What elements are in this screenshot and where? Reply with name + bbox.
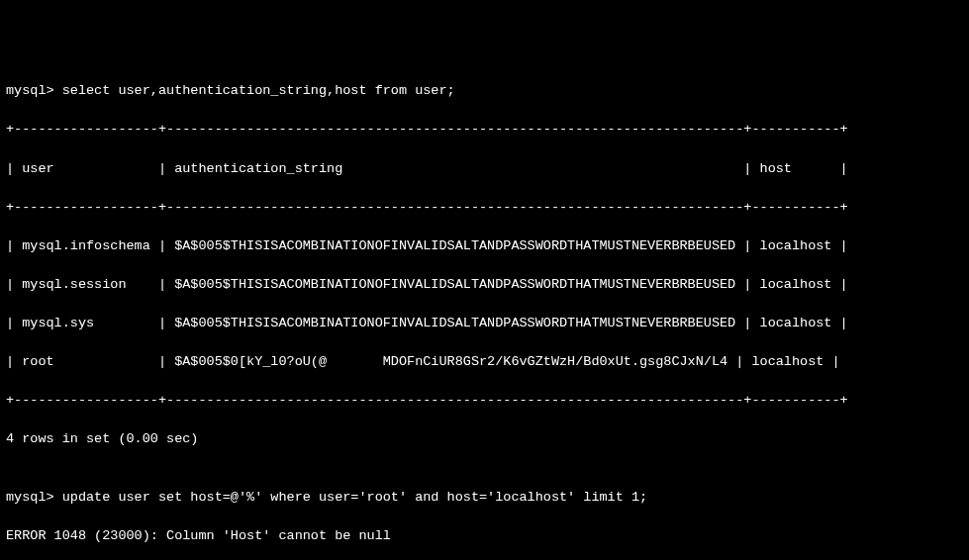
- table-header: | user | authentication_string | host |: [6, 159, 963, 179]
- error-line: ERROR 1048 (23000): Column 'Host' cannot…: [6, 526, 963, 546]
- table-border: +------------------+--------------------…: [6, 391, 963, 411]
- table-row: | mysql.session | $A$005$THISISACOMBINAT…: [6, 275, 963, 295]
- result-status: 4 rows in set (0.00 sec): [6, 429, 963, 449]
- table-row: | root | $A$005$0[kY_l0?oU(@ MDOFnCiUR8G…: [6, 352, 963, 372]
- sql-query-line: mysql> update user set host=@'%' where u…: [6, 488, 963, 508]
- terminal-output[interactable]: mysql> select user,authentication_string…: [6, 81, 963, 560]
- table-row: | mysql.infoschema | $A$005$THISISACOMBI…: [6, 236, 963, 256]
- table-row: | mysql.sys | $A$005$THISISACOMBINATIONO…: [6, 314, 963, 333]
- table-border: +------------------+--------------------…: [6, 198, 963, 218]
- sql-query-line: mysql> select user,authentication_string…: [6, 81, 963, 101]
- table-border: +------------------+--------------------…: [6, 120, 963, 140]
